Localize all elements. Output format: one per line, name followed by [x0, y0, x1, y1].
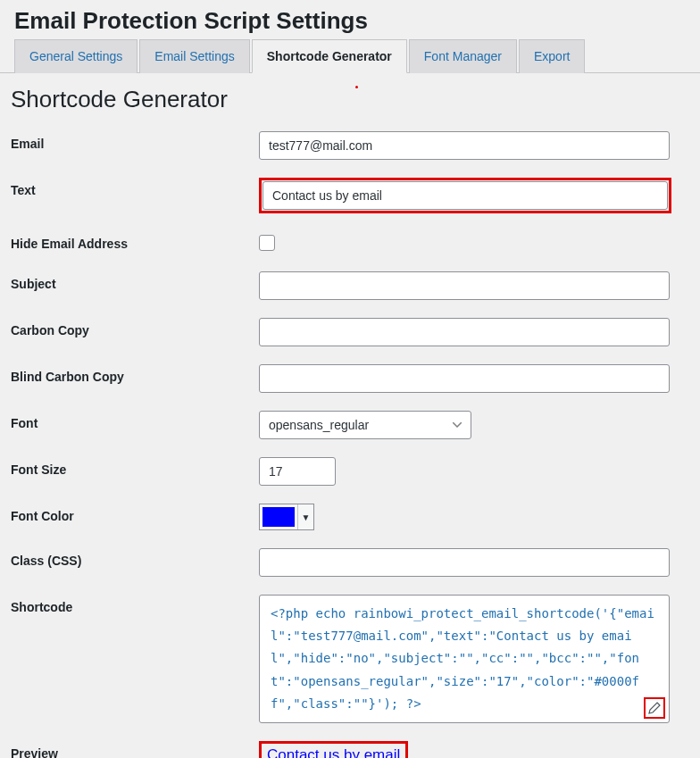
shortcode-output[interactable]: <?php echo rainbowi_protect_email_shortc… [259, 595, 670, 723]
shortcode-form: Email Text Hide Email Address Subject Ca… [0, 122, 700, 758]
font-color-picker[interactable]: ▼ [259, 504, 314, 530]
preview-link[interactable]: Contact us by email [267, 746, 400, 758]
font-size-label: Font Size [11, 457, 259, 477]
chevron-down-icon: ▼ [297, 504, 313, 529]
tab-font-manager[interactable]: Font Manager [409, 39, 517, 73]
bcc-input[interactable] [259, 364, 670, 393]
font-size-input[interactable] [259, 457, 336, 486]
tab-bar: General Settings Email Settings Shortcod… [0, 38, 700, 73]
shortcode-text: <?php echo rainbowi_protect_email_shortc… [271, 606, 654, 711]
text-label: Text [11, 178, 259, 197]
color-swatch [262, 507, 295, 527]
tab-general-settings[interactable]: General Settings [14, 39, 138, 73]
hide-label: Hide Email Address [11, 231, 259, 251]
text-input[interactable] [262, 181, 668, 210]
section-title: Shortcode Generator [0, 73, 700, 122]
email-label: Email [11, 131, 259, 151]
preview-highlight: Contact us by email [259, 741, 408, 758]
text-highlight [259, 178, 671, 213]
subject-label: Subject [11, 271, 259, 291]
tab-shortcode-generator[interactable]: Shortcode Generator [252, 39, 407, 73]
tab-export[interactable]: Export [519, 39, 585, 73]
font-color-label: Font Color [11, 504, 259, 523]
edit-highlight [644, 697, 665, 719]
preview-label: Preview [11, 741, 259, 758]
cc-label: Carbon Copy [11, 318, 259, 337]
bcc-label: Blind Carbon Copy [11, 364, 259, 384]
subject-input[interactable] [259, 271, 670, 300]
tab-email-settings[interactable]: Email Settings [139, 39, 249, 73]
page-title: Email Protection Script Settings [0, 0, 700, 38]
shortcode-label: Shortcode [11, 595, 259, 614]
marker-dot [355, 86, 358, 88]
hide-checkbox[interactable] [259, 235, 275, 251]
css-class-label: Class (CSS) [11, 548, 259, 568]
css-class-input[interactable] [259, 548, 670, 577]
pencil-icon[interactable] [647, 701, 662, 715]
email-input[interactable] [259, 131, 670, 160]
cc-input[interactable] [259, 318, 670, 346]
font-select[interactable]: opensans_regular [259, 411, 471, 439]
font-label: Font [11, 411, 259, 430]
